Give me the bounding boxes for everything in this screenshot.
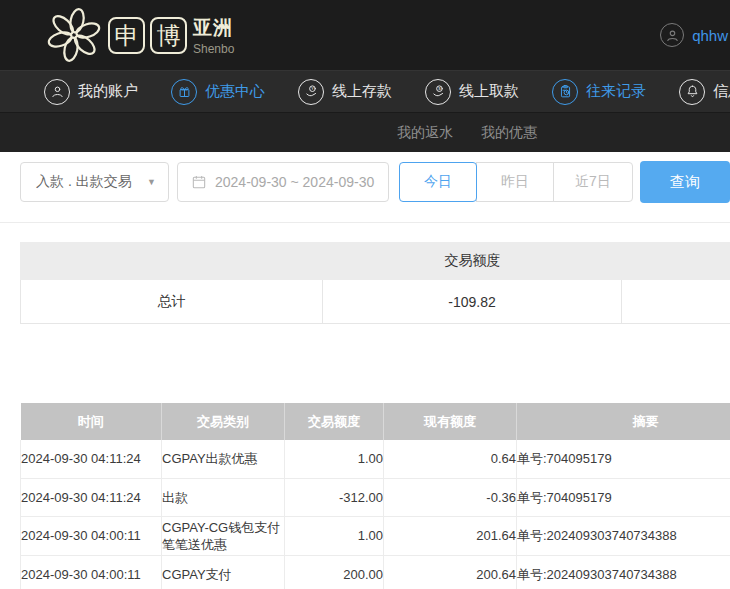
- search-button[interactable]: 查询: [640, 161, 730, 203]
- cell-summary: 单号:202409303740734388: [517, 516, 730, 555]
- nav-label: 优惠中心: [205, 82, 265, 101]
- nav-label: 信息: [713, 82, 730, 101]
- brand-flower-icon: [45, 6, 103, 64]
- user-avatar-icon: [660, 23, 684, 47]
- svg-text:$: $: [438, 86, 441, 91]
- sub-navigation: 我的返水 我的优惠: [0, 113, 730, 152]
- table-header-row: 时间 交易类别 交易额度 现有额度 摘要: [21, 403, 730, 440]
- transaction-type-select[interactable]: 入款 . 出款交易 ▼: [20, 162, 169, 202]
- nav-item-promotions[interactable]: 优惠中心: [171, 79, 265, 105]
- nav-label: 线上取款: [459, 82, 519, 101]
- table-row: 2024-09-30 04:11:24 CGPAY出款优惠 1.00 0.64 …: [21, 440, 730, 478]
- cell-time: 2024-09-30 04:11:24: [21, 440, 162, 478]
- column-header-balance: 现有额度: [384, 403, 517, 440]
- brand-region-cn: 亚洲: [193, 15, 234, 41]
- chevron-down-icon: ▼: [147, 177, 156, 187]
- nav-item-messages[interactable]: 信息: [679, 79, 730, 105]
- summary-amount-header: 交易额度: [323, 252, 622, 270]
- cell-balance: 0.64: [384, 440, 517, 478]
- table-row: 2024-09-30 04:11:24 出款 -312.00 -0.36 单号:…: [21, 478, 730, 516]
- filter-bar: 入款 . 出款交易 ▼ 2024-09-30 ~ 2024-09-30 今日 昨…: [0, 152, 730, 212]
- cell-amount: 1.00: [285, 440, 384, 478]
- cell-time: 2024-09-30 04:11:24: [21, 478, 162, 516]
- nav-item-online-deposit[interactable]: ¥ 线上存款: [298, 79, 392, 105]
- cell-balance: 201.64: [384, 516, 517, 555]
- summary-total-value: -109.82: [323, 280, 622, 323]
- summary-header-row: 交易额度: [20, 242, 730, 280]
- cell-amount: 1.00: [285, 516, 384, 555]
- nav-item-transaction-records[interactable]: 往来记录: [552, 79, 646, 105]
- transaction-type-value: 入款 . 出款交易: [36, 173, 132, 191]
- user-area[interactable]: qhhw: [660, 0, 728, 70]
- brand-char-bo: 博: [150, 17, 187, 54]
- cell-summary: 单号:202409303740734388: [517, 555, 730, 589]
- nav-label: 线上存款: [332, 82, 392, 101]
- summary-table: 交易额度 总计 -109.82: [20, 242, 730, 324]
- nav-label: 往来记录: [586, 82, 646, 101]
- calendar-icon: [191, 174, 207, 190]
- yesterday-button[interactable]: 昨日: [476, 162, 554, 202]
- cell-balance: -0.36: [384, 478, 517, 516]
- cell-summary: 单号:704095179: [517, 440, 730, 478]
- bell-icon: [679, 79, 705, 105]
- column-header-time: 时间: [21, 403, 162, 440]
- brand-region: 亚洲 Shenbo: [193, 15, 234, 56]
- quick-range-group: 今日 昨日 近7日: [399, 162, 633, 202]
- nav-item-my-account[interactable]: 我的账户: [44, 79, 138, 105]
- top-brand-bar: 申 博 亚洲 Shenbo qhhw: [0, 0, 730, 70]
- cell-type: 出款: [162, 478, 285, 516]
- summary-total-label: 总计: [21, 280, 323, 323]
- deposit-coin-hand-icon: ¥: [298, 79, 324, 105]
- column-header-summary: 摘要: [517, 403, 730, 440]
- subnav-item-my-rebate[interactable]: 我的返水: [397, 124, 453, 142]
- table-row: 2024-09-30 04:00:11 CGPAY支付 200.00 200.6…: [21, 555, 730, 589]
- cell-type: CGPAY出款优惠: [162, 440, 285, 478]
- cell-time: 2024-09-30 04:00:11: [21, 516, 162, 555]
- column-header-amount: 交易额度: [285, 403, 384, 440]
- transactions-table: 时间 交易类别 交易额度 现有额度 摘要 2024-09-30 04:11:24…: [20, 403, 730, 589]
- svg-text:¥: ¥: [311, 86, 314, 91]
- records-clipboard-icon: [552, 79, 578, 105]
- main-navigation: 我的账户 优惠中心 ¥ 线上存款 $ 线上取款 往来记录 信息: [0, 70, 730, 113]
- subnav-item-my-promo[interactable]: 我的优惠: [481, 124, 537, 142]
- cell-type: CGPAY-CG钱包支付笔笔送优惠: [162, 516, 285, 555]
- summary-total-row: 总计 -109.82: [20, 280, 730, 324]
- nav-item-online-withdrawal[interactable]: $ 线上取款: [425, 79, 519, 105]
- table-row: 2024-09-30 04:00:11 CGPAY-CG钱包支付笔笔送优惠 1.…: [21, 516, 730, 555]
- brand-char-shen: 申: [108, 17, 145, 54]
- brand-name-en: Shenbo: [193, 42, 234, 56]
- nav-label: 我的账户: [78, 82, 138, 101]
- last7days-button[interactable]: 近7日: [553, 162, 633, 202]
- cell-summary: 单号:704095179: [517, 478, 730, 516]
- cell-amount: -312.00: [285, 478, 384, 516]
- column-header-type: 交易类别: [162, 403, 285, 440]
- cell-time: 2024-09-30 04:00:11: [21, 555, 162, 589]
- gift-icon: [171, 79, 197, 105]
- cell-type: CGPAY支付: [162, 555, 285, 589]
- withdraw-coin-hand-icon: $: [425, 79, 451, 105]
- cell-balance: 200.64: [384, 555, 517, 589]
- today-button[interactable]: 今日: [399, 162, 477, 202]
- account-icon: [44, 79, 70, 105]
- section-divider: [0, 222, 730, 223]
- date-range-input[interactable]: 2024-09-30 ~ 2024-09-30: [177, 162, 389, 202]
- cell-amount: 200.00: [285, 555, 384, 589]
- date-range-value: 2024-09-30 ~ 2024-09-30: [215, 174, 374, 190]
- username-text[interactable]: qhhw: [692, 27, 728, 44]
